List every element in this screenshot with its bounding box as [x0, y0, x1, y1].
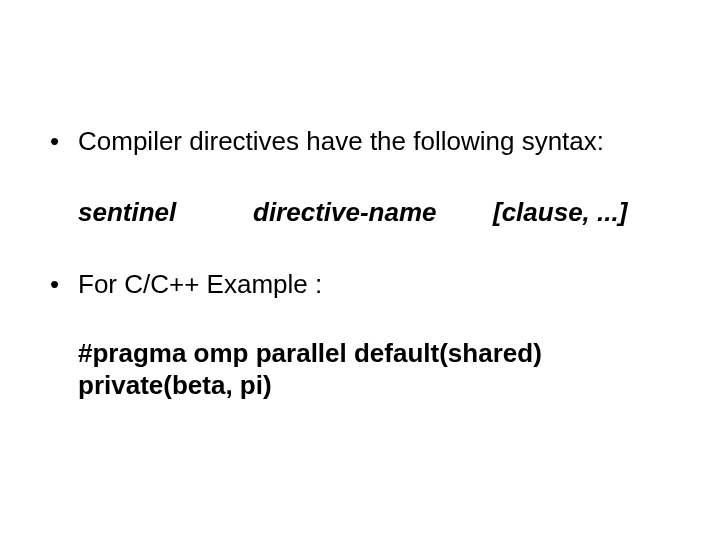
- bullet-item-1: Compiler directives have the following s…: [40, 125, 680, 158]
- bullet-text-2: For C/C++ Example :: [78, 269, 322, 299]
- bullet-item-2: For C/C++ Example :: [40, 268, 680, 301]
- bullet-list: Compiler directives have the following s…: [40, 125, 680, 158]
- bullet-list-2: For C/C++ Example :: [40, 268, 680, 301]
- code-line-2: private(beta, pi): [78, 369, 638, 402]
- syntax-sentinel: sentinel: [78, 196, 253, 229]
- code-line-1: #pragma omp parallel default(shared): [78, 337, 638, 370]
- slide: Compiler directives have the following s…: [0, 0, 720, 540]
- syntax-row: sentinel directive-name [clause, ...]: [78, 196, 680, 229]
- bullet-text-1: Compiler directives have the following s…: [78, 126, 604, 156]
- syntax-directive: directive-name: [253, 196, 493, 229]
- syntax-clause: [clause, ...]: [493, 196, 627, 229]
- code-example: #pragma omp parallel default(shared) pri…: [78, 337, 638, 402]
